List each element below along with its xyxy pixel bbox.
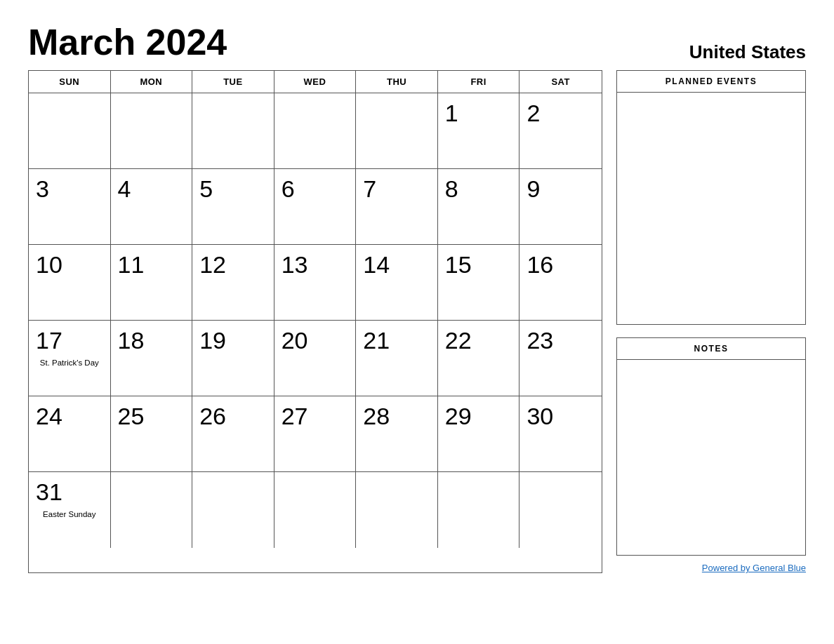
calendar-cell: 11 [111, 245, 193, 321]
calendar-cell: 3 [29, 169, 111, 245]
day-header-sat: SAT [519, 71, 602, 93]
page-header: March 2024 United States [28, 21, 806, 63]
calendar-cell: 30 [519, 396, 602, 472]
calendar-cell [192, 93, 274, 169]
calendar-cell [29, 93, 111, 169]
cell-event-label: Easter Sunday [36, 509, 103, 520]
cell-day-number: 10 [36, 250, 103, 279]
cell-day-number: 25 [118, 402, 185, 431]
calendar-cell: 22 [438, 321, 520, 396]
sidebar: PLANNED EVENTS NOTES Powered by General … [616, 70, 806, 573]
calendar: SUNMONTUEWEDTHUFRISAT 123456789101112131… [28, 70, 602, 573]
calendar-cell: 21 [356, 321, 438, 396]
cell-day-number: 18 [118, 326, 185, 355]
calendar-cell: 31Easter Sunday [29, 472, 111, 548]
cell-day-number: 22 [445, 326, 512, 355]
day-header-wed: WED [274, 71, 357, 93]
day-header-fri: FRI [438, 71, 520, 93]
calendar-cell: 6 [274, 169, 357, 245]
cell-day-number: 9 [527, 175, 595, 203]
calendar-cell [356, 93, 438, 169]
calendar-cell [111, 472, 193, 548]
main-content: SUNMONTUEWEDTHUFRISAT 123456789101112131… [28, 70, 806, 573]
cell-day-number: 16 [527, 250, 595, 279]
calendar-cell: 20 [274, 321, 357, 396]
cell-day-number: 7 [363, 175, 430, 203]
cell-day-number: 27 [282, 402, 349, 431]
calendar-cell: 4 [111, 169, 193, 245]
cell-day-number: 1 [445, 99, 512, 128]
planned-events-body [617, 93, 805, 324]
calendar-cell: 19 [192, 321, 274, 396]
planned-events-header: PLANNED EVENTS [617, 71, 805, 93]
day-header-tue: TUE [192, 71, 274, 93]
cell-day-number: 12 [199, 250, 267, 279]
cell-day-number: 15 [445, 250, 512, 279]
calendar-cell: 17St. Patrick's Day [29, 321, 111, 396]
cell-day-number: 11 [118, 250, 185, 279]
cell-day-number: 17 [36, 326, 103, 355]
calendar-cell: 13 [274, 245, 357, 321]
cell-day-number: 30 [527, 402, 595, 431]
day-headers: SUNMONTUEWEDTHUFRISAT [29, 71, 602, 93]
day-header-sun: SUN [29, 71, 111, 93]
calendar-cell: 14 [356, 245, 438, 321]
cell-day-number: 20 [282, 326, 349, 355]
calendar-cell: 25 [111, 396, 193, 472]
cell-day-number: 23 [527, 326, 595, 355]
calendar-cell: 9 [519, 169, 602, 245]
calendar-cell: 29 [438, 396, 520, 472]
calendar-cell: 2 [519, 93, 602, 169]
month-title: March 2024 [28, 21, 227, 63]
calendar-cell [274, 472, 357, 548]
cell-day-number: 6 [282, 175, 349, 203]
notes-box: NOTES [616, 337, 806, 556]
calendar-cell: 15 [438, 245, 520, 321]
calendar-cell: 28 [356, 396, 438, 472]
calendar-cell: 24 [29, 396, 111, 472]
cell-day-number: 8 [445, 175, 512, 203]
calendar-cell: 26 [192, 396, 274, 472]
notes-body [617, 360, 805, 555]
cell-day-number: 2 [527, 99, 595, 128]
notes-header: NOTES [617, 338, 805, 360]
cell-day-number: 3 [36, 175, 103, 203]
cell-day-number: 21 [363, 326, 430, 355]
calendar-cell [111, 93, 193, 169]
powered-by: Powered by General Blue [616, 563, 806, 573]
calendar-cell [438, 472, 520, 548]
calendar-cell: 27 [274, 396, 357, 472]
day-header-mon: MON [111, 71, 193, 93]
cell-day-number: 14 [363, 250, 430, 279]
calendar-cell: 10 [29, 245, 111, 321]
cell-day-number: 19 [199, 326, 267, 355]
cell-day-number: 4 [118, 175, 185, 203]
calendar-cell: 5 [192, 169, 274, 245]
cell-day-number: 29 [445, 402, 512, 431]
planned-events-box: PLANNED EVENTS [616, 70, 806, 325]
calendar-cell: 23 [519, 321, 602, 396]
country-title: United States [689, 41, 806, 63]
calendar-cell: 8 [438, 169, 520, 245]
calendar-cell [192, 472, 274, 548]
powered-by-link[interactable]: Powered by General Blue [702, 563, 806, 573]
calendar-cell: 7 [356, 169, 438, 245]
cell-day-number: 24 [36, 402, 103, 431]
calendar-cell [356, 472, 438, 548]
cell-event-label: St. Patrick's Day [36, 358, 103, 368]
calendar-cell: 12 [192, 245, 274, 321]
cell-day-number: 26 [199, 402, 267, 431]
cell-day-number: 28 [363, 402, 430, 431]
cell-day-number: 31 [36, 478, 103, 507]
cell-day-number: 13 [282, 250, 349, 279]
calendar-cell: 1 [438, 93, 520, 169]
calendar-cell [519, 472, 602, 548]
calendar-cell [274, 93, 357, 169]
day-header-thu: THU [356, 71, 438, 93]
calendar-cell: 18 [111, 321, 193, 396]
calendar-grid: 1234567891011121314151617St. Patrick's D… [29, 93, 602, 548]
calendar-cell: 16 [519, 245, 602, 321]
cell-day-number: 5 [199, 175, 267, 203]
